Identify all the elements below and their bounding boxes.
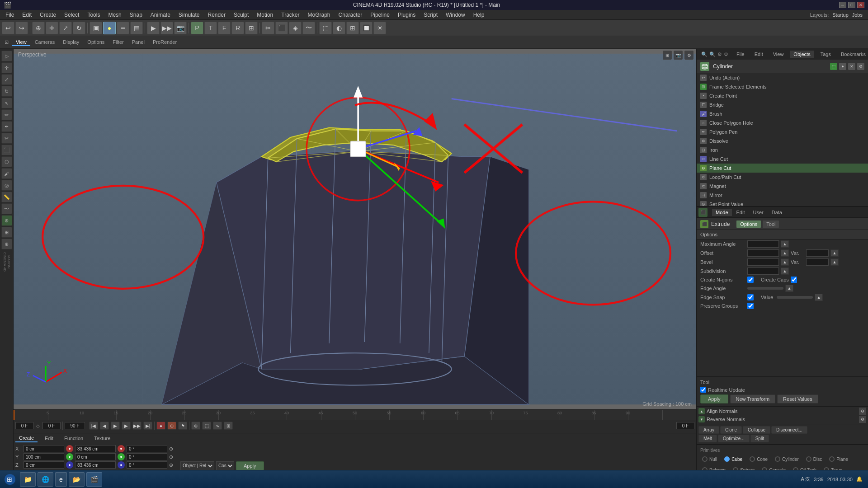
startup-layout[interactable]: Startup	[832, 12, 848, 18]
menu-animate[interactable]: Animate	[147, 11, 174, 19]
play-stop-button[interactable]: ▶	[111, 422, 120, 430]
realtime-checkbox[interactable]	[700, 387, 706, 393]
play-start-button[interactable]: |◀	[89, 422, 98, 430]
obj-rel-select[interactable]: Object | Rel	[180, 461, 214, 470]
menu-dissolve[interactable]: ⊗ Dissolve	[697, 136, 868, 145]
obj-ico4[interactable]: ⚙	[857, 63, 864, 70]
tab-edit-mode[interactable]: Edit	[733, 209, 749, 216]
var-input-1[interactable]: 0 %	[806, 249, 829, 257]
obj-ico2[interactable]: ●	[839, 63, 846, 70]
sidebar-scale[interactable]: ⤢	[1, 74, 12, 85]
sidebar-active[interactable]: ⊛	[1, 215, 12, 226]
bevel-input[interactable]	[747, 258, 779, 266]
shading-toggle[interactable]: ◐	[333, 22, 345, 34]
new-transform-button[interactable]: New Transform	[730, 394, 776, 404]
auto-key-button[interactable]: ⊙	[167, 422, 176, 430]
tab-create[interactable]: Create	[15, 434, 38, 442]
snap-tl-button[interactable]: ⊕	[191, 422, 200, 430]
model-mode[interactable]: ▣	[90, 22, 102, 34]
prim-cube[interactable]: Cube	[722, 455, 745, 464]
prim-cylinder[interactable]: Cylinder	[772, 455, 802, 464]
rotate-tool[interactable]: ↻	[73, 22, 85, 34]
var-stepper-1[interactable]: ▲	[830, 249, 839, 257]
rot-x-input[interactable]	[127, 445, 167, 452]
snap-toggle[interactable]: 🔲	[360, 22, 373, 34]
menu-undo[interactable]: ↩ Undo (Action)	[697, 73, 868, 82]
menu-simulate[interactable]: Simulate	[175, 11, 203, 19]
taskbar-c4d[interactable]: 🎬	[86, 472, 102, 487]
subdivision-input[interactable]: 0	[747, 267, 779, 275]
top-view[interactable]: T	[204, 22, 217, 34]
menu-snap[interactable]: Snap	[126, 11, 146, 19]
offset-input[interactable]: -14,1 cm	[747, 249, 779, 257]
subdivision-stepper[interactable]: ▲	[781, 267, 789, 275]
vp-icon-maximize[interactable]: ⊞	[663, 51, 672, 60]
pos-x-input[interactable]	[24, 445, 64, 452]
reverse-normals-settings[interactable]: ⚙	[859, 416, 866, 423]
sidebar-measure[interactable]: 📏	[1, 192, 12, 202]
edge-mode[interactable]: ━	[117, 22, 129, 34]
tab-edit-rt[interactable]: Edit	[751, 51, 767, 58]
knife-tool[interactable]: ✂	[262, 22, 274, 34]
prim-disc[interactable]: Disc	[803, 455, 825, 464]
melt-button[interactable]: Melt	[698, 435, 717, 442]
cos-select[interactable]: Cos	[216, 461, 234, 470]
menu-character[interactable]: Character	[335, 11, 366, 19]
tab-texture[interactable]: Texture	[90, 435, 114, 442]
sidebar-grid[interactable]: ⊞	[1, 227, 12, 238]
tab-bookmarks[interactable]: Bookmarks	[837, 51, 868, 58]
pos-z-indicator[interactable]: ●	[66, 461, 73, 469]
play-next-button[interactable]: ▶	[122, 422, 131, 430]
search-icon[interactable]: 🔍	[701, 51, 708, 58]
menu-motion[interactable]: Motion	[253, 11, 277, 19]
rot-z-input[interactable]	[127, 461, 167, 469]
vp-icon-camera[interactable]: 📷	[674, 51, 683, 60]
minimize-button[interactable]: ─	[839, 2, 846, 8]
play-prev-button[interactable]: ◀	[100, 422, 109, 430]
vp-icon-settings[interactable]: ⚙	[684, 51, 693, 60]
tab-panel[interactable]: Panel	[128, 39, 148, 46]
close-button[interactable]: ✕	[857, 2, 864, 8]
key-button[interactable]: ⚑	[178, 422, 187, 430]
right-view[interactable]: R	[231, 22, 244, 34]
menu-edit[interactable]: Edit	[19, 11, 35, 19]
prim-cone[interactable]: Cone	[747, 455, 770, 464]
obj-ico3[interactable]: ✕	[848, 63, 855, 70]
sidebar-model[interactable]: ⬛	[1, 145, 12, 155]
maximize-button[interactable]: □	[848, 2, 855, 8]
pos-y-indicator[interactable]: ●	[66, 453, 73, 460]
jobs-layout[interactable]: Jobs	[852, 12, 863, 18]
menu-window[interactable]: Window	[442, 11, 469, 19]
size-x-indicator[interactable]: ●	[118, 445, 125, 452]
tab-edit[interactable]: Edit	[41, 435, 57, 442]
taskbar-explorer[interactable]: 📁	[20, 472, 36, 487]
menu-plugins[interactable]: Plugins	[394, 11, 419, 19]
point-mode[interactable]: ●	[103, 22, 116, 34]
4-view[interactable]: ⊞	[245, 22, 258, 34]
pos-x-indicator[interactable]: ●	[66, 445, 73, 452]
viewport[interactable]: Perspective ⊞ 📷 ⚙	[14, 49, 696, 409]
settings-icon[interactable]: ⚙	[724, 51, 728, 58]
menu-select[interactable]: Select	[61, 11, 83, 19]
menu-magnet[interactable]: ⊂ Magnet	[697, 182, 868, 191]
menu-create-point[interactable]: • Create Point	[697, 91, 868, 100]
menu-plane-cut[interactable]: ⊘ Plane Cut	[697, 164, 868, 173]
motion-clip-button[interactable]: ⬚	[202, 422, 211, 430]
mode-icon[interactable]: ⬛	[698, 208, 708, 217]
render-anim[interactable]: ▶▶	[160, 22, 173, 34]
disconnect-button[interactable]: Disconnect...	[771, 426, 807, 434]
preserve-checkbox[interactable]	[747, 303, 754, 309]
frame-start-input[interactable]	[15, 422, 33, 429]
tab-function[interactable]: Function	[61, 435, 87, 442]
sidebar-misc[interactable]: ⊕	[1, 239, 12, 249]
size-z-input[interactable]	[75, 461, 116, 469]
caps-checkbox[interactable]	[791, 277, 797, 283]
menu-iron[interactable]: ⊡ Iron	[697, 145, 868, 155]
sidebar-rotate[interactable]: ↻	[1, 86, 12, 97]
max-angle-stepper[interactable]: ▲	[781, 240, 789, 248]
menu-loop-cut[interactable]: ↺ Loop/Path Cut	[697, 173, 868, 182]
collapse-button[interactable]: Collapse	[743, 426, 770, 434]
edge-snap-checkbox[interactable]	[747, 294, 754, 300]
menu-poly-pen[interactable]: ✒ Polygon Pen	[697, 127, 868, 136]
menu-line-cut[interactable]: ✂ Line Cut	[697, 155, 868, 164]
